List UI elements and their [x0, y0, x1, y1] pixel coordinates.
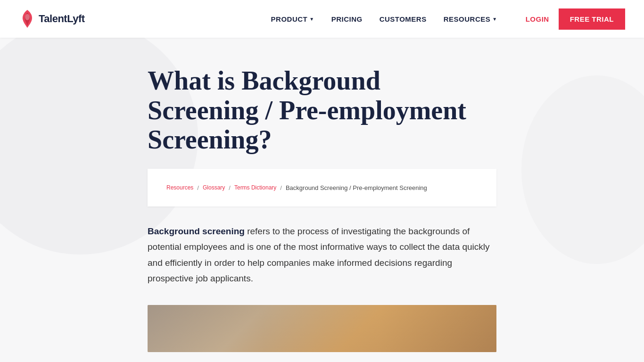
- image-strip-inner: [148, 305, 496, 352]
- page-title: What is Background Screening / Pre-emplo…: [148, 66, 496, 155]
- svg-point-0: [25, 14, 30, 20]
- breadcrumb-separator-2: /: [229, 184, 231, 191]
- article-image: [148, 305, 496, 352]
- logo-text: TalentLyft: [39, 13, 85, 25]
- logo-link[interactable]: TalentLyft: [19, 9, 85, 29]
- nav-item-resources[interactable]: RESOURCES ▼: [444, 15, 497, 23]
- login-button[interactable]: LOGIN: [526, 15, 549, 23]
- breadcrumb-item-glossary[interactable]: Glossary: [203, 184, 225, 191]
- nav-item-customers[interactable]: CUSTOMERS: [380, 15, 427, 23]
- chevron-down-icon: ▼: [309, 16, 314, 22]
- nav-link-resources[interactable]: RESOURCES ▼: [444, 15, 497, 23]
- nav-link-pricing[interactable]: PRICING: [331, 15, 363, 23]
- breadcrumb-item-resources[interactable]: Resources: [166, 184, 193, 191]
- chevron-down-icon-resources: ▼: [492, 16, 497, 22]
- nav-link-customers[interactable]: CUSTOMERS: [380, 15, 427, 23]
- nav-item-product[interactable]: PRODUCT ▼: [271, 15, 314, 23]
- nav-item-pricing[interactable]: PRICING: [331, 15, 363, 23]
- breadcrumb: Resources / Glossary / Terms Dictionary …: [148, 169, 496, 206]
- logo-icon: [19, 9, 36, 29]
- nav-link-product[interactable]: PRODUCT ▼: [271, 15, 314, 23]
- free-trial-button[interactable]: FREE TRIAL: [559, 8, 625, 30]
- page-content: What is Background Screening / Pre-emplo…: [138, 38, 506, 352]
- breadcrumb-separator-1: /: [197, 184, 199, 191]
- article-intro: Background screening refers to the proce…: [148, 223, 496, 286]
- breadcrumb-item-terms[interactable]: Terms Dictionary: [234, 184, 276, 191]
- intro-bold: Background screening: [148, 226, 245, 236]
- nav-links: PRODUCT ▼ PRICING CUSTOMERS RESOURCES ▼: [271, 15, 497, 23]
- breadcrumb-current: Background Screening / Pre-employment Sc…: [286, 184, 427, 191]
- blob-right: [521, 75, 644, 264]
- navbar: TalentLyft PRODUCT ▼ PRICING CUSTOMERS R…: [0, 0, 644, 38]
- nav-right: LOGIN FREE TRIAL: [526, 8, 625, 30]
- breadcrumb-separator-3: /: [280, 184, 282, 191]
